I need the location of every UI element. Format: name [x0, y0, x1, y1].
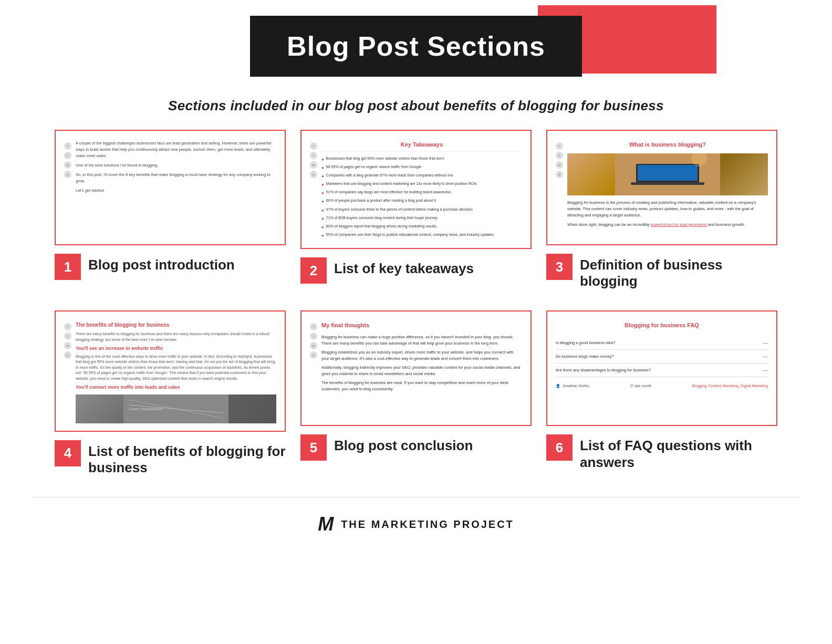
pinterest-icon-3[interactable]: p: [556, 171, 563, 178]
takeaway-5: ●51% of companies say blogs are most eff…: [321, 190, 522, 196]
card-2-number: 2: [300, 257, 327, 284]
faq-tags: Blogging, Content Marketing, Digital Mar…: [692, 383, 768, 389]
svg-rect-3: [631, 182, 704, 185]
twitter-icon-3[interactable]: t: [556, 152, 563, 159]
benefits-subtitle: You'll see an increase in website traffi…: [76, 345, 276, 352]
thoughts-heading: My final thoughts: [321, 321, 522, 330]
faq-q2-dash: —: [763, 352, 768, 360]
facebook-icon-2[interactable]: f: [310, 142, 317, 150]
card-2-title: List of key takeaways: [334, 257, 474, 277]
intro-para-2: One of the best solutions I've found is …: [76, 162, 276, 169]
facebook-icon-5[interactable]: f: [310, 323, 317, 330]
card-3-content: What is business blogging?: [567, 140, 768, 231]
takeaway-7: ●47% of buyers consume three to five pie…: [321, 207, 522, 213]
card-6: Blogging for business FAQ Is blogging a …: [546, 310, 777, 476]
card-3: f t in p What is business blogging?: [546, 130, 777, 289]
card-6-label: 6 List of FAQ questions with answers: [546, 434, 777, 470]
card-2-content: Key Takeaways ●Businesses that blog get …: [321, 140, 522, 241]
faq-q3-dash: —: [763, 366, 768, 374]
definition-para-1: Blogging for business is the process of …: [567, 200, 768, 219]
card-5-label: 5 Blog post conclusion: [300, 434, 532, 461]
benefits-heading: The benefits of blogging for business: [76, 321, 276, 329]
card-1-label: 1 Blog post introduction: [55, 254, 286, 280]
faq-item-1: Is blogging a good business idea? —: [556, 336, 768, 350]
card-6-preview: Blogging for business FAQ Is blogging a …: [546, 310, 777, 426]
faq-footer: 👤 Jonathan Núñez ⏱ last month Blogging, …: [556, 383, 768, 389]
benefits-image: Chart visualization: [76, 394, 276, 423]
faq-item-2: Do business blogs make money? —: [556, 350, 768, 363]
card-2-label: 2 List of key takeaways: [300, 257, 532, 284]
card-3-title: Definition of business blogging: [580, 254, 777, 289]
thoughts-para-1: Blogging for business can make a huge po…: [321, 334, 522, 347]
clock-icon: ⏱: [630, 383, 633, 389]
card-4-preview: f t in p The benefits of blogging for bu…: [55, 310, 286, 432]
card-5-title: Blog post conclusion: [334, 434, 473, 454]
pinterest-icon-5[interactable]: p: [310, 351, 317, 359]
card-5-social-icons: f t in p: [310, 321, 317, 395]
brand-logo-icon: M: [318, 513, 334, 535]
twitter-icon[interactable]: t: [64, 152, 71, 159]
person-icon: 👤: [556, 383, 560, 389]
twitter-icon-4[interactable]: t: [64, 333, 71, 340]
benefits-intro: There are many benefits to blogging for …: [76, 331, 276, 342]
faq-q1-dash: —: [763, 339, 768, 347]
benefits-text: Blogging is one of the most effective wa…: [76, 354, 276, 382]
takeaway-1: ●Businesses that blog get 55% more websi…: [321, 156, 522, 162]
linkedin-icon[interactable]: in: [64, 161, 71, 169]
twitter-icon-2[interactable]: t: [310, 152, 317, 159]
card-4: f t in p The benefits of blogging for bu…: [55, 310, 286, 476]
linkedin-icon-4[interactable]: in: [64, 342, 71, 349]
facebook-icon-3[interactable]: f: [556, 142, 563, 150]
pinterest-icon-2[interactable]: p: [310, 171, 317, 178]
definition-image: [567, 153, 768, 195]
benefits-chart: Chart visualization: [76, 394, 276, 423]
twitter-icon-5[interactable]: t: [310, 333, 317, 340]
card-4-label: 4 List of benefits of blogging for busin…: [55, 440, 286, 476]
takeaway-8: ●71% of B2B buyers consume blog content …: [321, 215, 522, 222]
linkedin-icon-2[interactable]: in: [310, 161, 317, 169]
linkedin-icon-5[interactable]: in: [310, 342, 317, 349]
card-3-label: 3 Definition of business blogging: [546, 254, 777, 289]
pinterest-icon[interactable]: p: [64, 171, 71, 178]
takeaway-3: ●Companies with a blog generate 67% more…: [321, 173, 522, 179]
title-text: Blog Post Sections: [287, 31, 545, 61]
definition-para-2: When done right, blogging can be an incr…: [567, 222, 768, 228]
pinterest-icon-4[interactable]: p: [64, 351, 71, 359]
subtitle-text: Sections included in our blog post about…: [0, 98, 832, 114]
card-6-title: List of FAQ questions with answers: [580, 434, 777, 470]
definition-heading: What is business blogging?: [567, 140, 768, 149]
takeaway-6: ●60% of people purchase a product after …: [321, 198, 522, 204]
brand-name-text: THE MARKETING PROJECT: [341, 518, 514, 531]
faq-date: ⏱ last month: [630, 383, 651, 389]
faq-q2: Do business blogs make money?: [556, 354, 613, 359]
linkedin-icon-3[interactable]: in: [556, 161, 563, 169]
card-1-social-icons: f t in p: [64, 140, 71, 197]
author-name: Jonathan Núñez: [563, 383, 589, 389]
footer-brand: M THE MARKETING PROJECT: [32, 497, 800, 546]
def-link[interactable]: powerful tool for lead generation: [650, 222, 706, 227]
card-3-number: 3: [546, 254, 573, 280]
takeaways-heading: Key Takeaways: [321, 140, 522, 152]
subtitle-section: Sections included in our blog post about…: [0, 92, 832, 130]
card-4-content: The benefits of blogging for business Th…: [76, 321, 276, 423]
page-title: Blog Post Sections: [250, 16, 582, 77]
faq-heading: Blogging for business FAQ: [556, 321, 768, 330]
card-2-social-icons: f t in p: [310, 140, 317, 241]
card-2-preview: f t in p Key Takeaways ●Businesses that …: [300, 130, 532, 249]
card-5-number: 5: [300, 434, 327, 461]
intro-para-4: Let's get started.: [76, 188, 276, 194]
intro-para-3: So, in this post, I'll cover the 8 key b…: [76, 172, 276, 184]
svg-rect-2: [638, 165, 698, 181]
card-3-social-icons: f t in p: [556, 140, 563, 231]
thoughts-para-2: Blogging establishes you as an industry …: [321, 349, 522, 362]
header-section: Blog Post Sections: [0, 0, 832, 87]
intro-para-1: A couple of the biggest challenges busin…: [76, 140, 276, 159]
thoughts-para-4: The benefits of blogging for business ar…: [321, 380, 522, 392]
faq-q3: Are there any disadvantages to blogging …: [556, 367, 651, 373]
facebook-icon-4[interactable]: f: [64, 323, 71, 330]
takeaway-10: ●55% of companies use their blogs to pub…: [321, 232, 522, 238]
card-2: f t in p Key Takeaways ●Businesses that …: [300, 130, 532, 289]
takeaway-9: ●80% of bloggers report that blogging dr…: [321, 224, 522, 230]
facebook-icon[interactable]: f: [64, 142, 71, 150]
card-1-content: A couple of the biggest challenges busin…: [76, 140, 276, 197]
